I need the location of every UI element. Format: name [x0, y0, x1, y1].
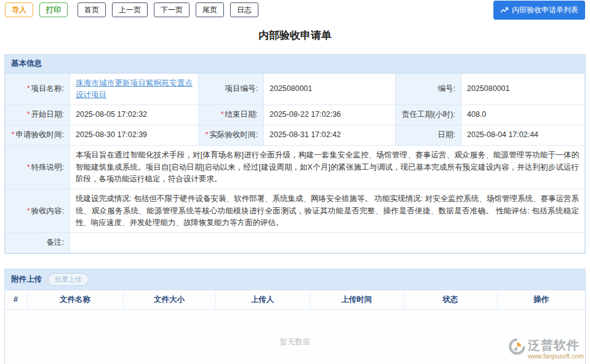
label-text: 结束日期:: [225, 110, 258, 119]
duration-label: 责任工期(小时):: [396, 105, 461, 125]
label-text: 编号:: [438, 84, 455, 93]
end-date-label: *结束日期:: [199, 105, 264, 125]
label-text: 实际验收时间:: [210, 130, 258, 139]
nav-home-button[interactable]: 首页: [78, 2, 106, 17]
basic-info-header-label: 基本信息: [11, 58, 42, 69]
col-uploader: 上传人: [215, 290, 309, 310]
col-actions: 操作: [497, 290, 585, 310]
empty-state-text: 暂无数据: [280, 337, 311, 347]
actual-time-value: 2025-08-31 17:02:42: [264, 125, 396, 146]
start-date-value: 2025-08-05 17:02:32: [70, 105, 199, 125]
actual-time-label: *实际验收时间:: [199, 125, 264, 146]
required-mark: *: [205, 130, 209, 139]
acceptance-content-value: 统建设完成情况: 包括但不限于硬件设备安装、软件部署、系统集成、网络安全措施等。…: [70, 189, 585, 233]
col-upload-time: 上传时间: [309, 290, 404, 310]
start-date-label: *开始日期:: [6, 105, 70, 125]
page-title: 内部验收申请单: [0, 28, 590, 42]
project-name-value: 珠海市城市更新项目紫桐苑安置点设计项目: [70, 74, 199, 105]
attachments-header-row: # 文件名称 文件大小 上传人 上传时间 状态 操作: [5, 290, 585, 310]
fanpu-watermark: 泛普软件 www.fanpusoft.com: [509, 338, 584, 360]
fanpu-logo-icon: [509, 338, 525, 355]
batch-upload-button[interactable]: 批量上传: [48, 273, 89, 286]
col-index: #: [5, 290, 27, 310]
basic-info-header: 基本信息: [5, 55, 585, 73]
apply-time-label: *申请验收时间:: [6, 125, 70, 146]
required-mark: *: [27, 163, 30, 172]
col-file-name: 文件名称: [27, 290, 123, 310]
apply-time-value: 2025-08-30 17:02:39: [70, 125, 199, 146]
label-text: 日期:: [438, 130, 455, 139]
attachments-header-label: 附件上传: [11, 274, 42, 285]
special-note-value: 本项目旨在通过智能化技术手段，对[体育场名称]进行全面升级，构建一套集安全监控、…: [70, 146, 585, 189]
label-text: 开始日期:: [31, 110, 64, 119]
project-name-link[interactable]: 珠海市城市更新项目紫桐苑安置点设计项目: [76, 77, 193, 101]
end-date-value: 2025-08-22 17:02:36: [264, 105, 396, 125]
nav-log-button[interactable]: 日志: [230, 2, 258, 17]
col-status: 状态: [404, 290, 497, 310]
brand-text-block: 泛普软件 www.fanpusoft.com: [528, 338, 584, 360]
duration-value: 408.0: [461, 105, 585, 125]
pager-nav: 首页 上一页 下一页 尾页 日志: [78, 2, 258, 17]
attachments-table: # 文件名称 文件大小 上传人 上传时间 状态 操作: [5, 290, 585, 310]
brand-url: www.fanpusoft.com: [528, 352, 584, 360]
required-mark: *: [27, 84, 30, 93]
no-label: 编号:: [396, 74, 461, 105]
attachments-panel: 附件上传 批量上传 # 文件名称 文件大小 上传人 上传时间 状态 操作 暂无数…: [4, 269, 586, 364]
nav-prev-button[interactable]: 上一页: [112, 2, 148, 17]
nav-last-button[interactable]: 尾页: [196, 2, 224, 17]
list-view-label: 内部验收申请单列表: [512, 5, 578, 15]
project-no-label: 项目编号:: [199, 74, 264, 105]
label-text: 责任工期(小时):: [402, 110, 455, 119]
label-text: 特殊说明:: [31, 163, 64, 172]
label-text: 备注:: [47, 238, 64, 247]
label-text: 验收内容:: [31, 207, 64, 215]
brand-name: 泛普软件: [528, 338, 584, 352]
remark-label: 备注:: [6, 233, 70, 253]
import-button[interactable]: 导入: [5, 2, 33, 17]
required-mark: *: [27, 207, 30, 215]
basic-info-table: *项目名称: 珠海市城市更新项目紫桐苑安置点设计项目 项目编号: 2025080…: [5, 73, 585, 253]
required-mark: *: [27, 110, 30, 119]
project-name-label: *项目名称:: [6, 74, 70, 105]
date-value: 2025-08-04 17:02:44: [461, 125, 585, 146]
attachments-header: 附件上传 批量上传: [5, 269, 585, 290]
date-label: 日期:: [396, 125, 461, 146]
acceptance-content-label: *验收内容:: [6, 189, 70, 233]
project-no-value: 2025080001: [264, 74, 396, 105]
col-file-size: 文件大小: [123, 290, 215, 310]
required-mark: *: [12, 130, 15, 139]
required-mark: *: [221, 110, 224, 119]
trend-arrow-icon: [500, 6, 508, 14]
label-text: 项目名称:: [31, 84, 64, 93]
remark-value: [70, 233, 585, 253]
no-value: 2025080001: [461, 74, 585, 105]
special-note-label: *特殊说明:: [6, 146, 70, 189]
label-text: 项目编号:: [225, 84, 258, 93]
toolbar: 导入 打印 首页 上一页 下一页 尾页 日志 内部验收申请单列表: [0, 0, 590, 19]
label-text: 申请验收时间:: [16, 130, 64, 139]
list-view-button[interactable]: 内部验收申请单列表: [493, 1, 585, 20]
attachments-empty-area: 暂无数据: [5, 310, 585, 364]
nav-next-button[interactable]: 下一页: [154, 2, 189, 17]
print-button[interactable]: 打印: [39, 2, 68, 17]
basic-info-panel: 基本信息 *项目名称: 珠海市城市更新项目紫桐苑安置点设计项目 项目编号: 20…: [4, 54, 586, 254]
